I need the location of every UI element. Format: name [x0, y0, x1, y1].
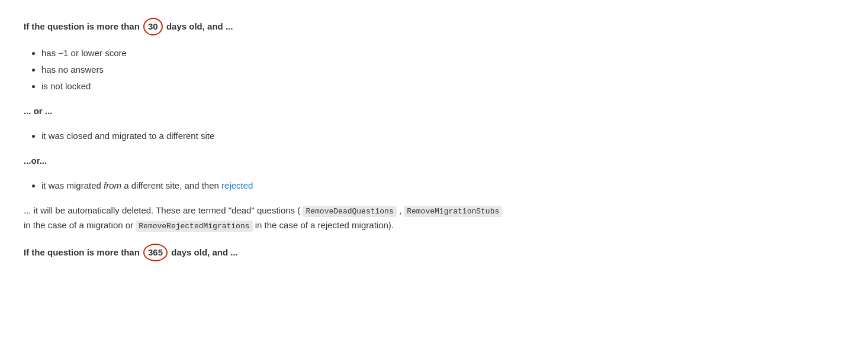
number-365: 365 — [143, 244, 168, 261]
list-item-italic: from — [104, 180, 121, 190]
code-remove-migration-stubs: RemoveMigrationStubs — [404, 206, 502, 217]
desc-text-before: ... it will be automatically deleted. Th… — [24, 205, 300, 215]
number-30: 30 — [143, 18, 163, 35]
desc-text-middle2: in the case of a migration or — [24, 220, 133, 230]
heading-1-suffix: days old, and ... — [166, 21, 233, 31]
condition-list-3: it was migrated from a different site, a… — [24, 179, 557, 193]
code-remove-rejected: RemoveRejectedMigrations — [136, 221, 252, 232]
code-remove-dead: RemoveDeadQuestions — [303, 206, 396, 217]
section-heading-2: If the question is more than 365 days ol… — [24, 244, 557, 261]
list-item: has −1 or lower score — [41, 46, 557, 60]
list-item-middle: a different site, and then — [121, 180, 221, 190]
heading-2-suffix: days old, and ... — [171, 247, 238, 257]
list-item: it was closed and migrated to a differen… — [41, 129, 557, 143]
or-divider-1: ... or ... — [24, 104, 557, 118]
list-item-text: it was closed and migrated to a differen… — [41, 131, 214, 141]
or-text-1: ... or ... — [24, 104, 557, 118]
list-item: it was migrated from a different site, a… — [41, 179, 557, 193]
list-item-prefix: it was migrated — [41, 180, 104, 190]
or-divider-2: ...or... — [24, 154, 557, 168]
condition-list-1: has −1 or lower score has no answers is … — [24, 46, 557, 93]
heading-2-text: If the question is more than 365 days ol… — [24, 244, 557, 261]
desc-comma: , — [399, 205, 401, 215]
main-content: If the question is more than 30 days old… — [24, 18, 557, 261]
rejected-link[interactable]: rejected — [221, 180, 253, 190]
list-2: it was closed and migrated to a differen… — [41, 129, 557, 143]
heading-1-prefix: If the question is more than — [24, 21, 140, 31]
list-1: has −1 or lower score has no answers is … — [41, 46, 557, 93]
section-heading-1: If the question is more than 30 days old… — [24, 18, 557, 35]
list-3: it was migrated from a different site, a… — [41, 179, 557, 193]
list-item-text: has −1 or lower score — [41, 48, 127, 58]
or-text-2: ...or... — [24, 154, 557, 168]
list-item-text: has no answers — [41, 64, 104, 75]
description-block: ... it will be automatically deleted. Th… — [24, 203, 557, 233]
description-text: ... it will be automatically deleted. Th… — [24, 203, 557, 233]
condition-list-2: it was closed and migrated to a differen… — [24, 129, 557, 143]
list-item-text: is not locked — [41, 81, 91, 91]
heading-2-prefix: If the question is more than — [24, 247, 140, 257]
list-item: is not locked — [41, 79, 557, 93]
heading-1-text: If the question is more than 30 days old… — [24, 18, 557, 35]
list-item: has no answers — [41, 63, 557, 77]
desc-text-end: in the case of a rejected migration). — [255, 220, 394, 230]
